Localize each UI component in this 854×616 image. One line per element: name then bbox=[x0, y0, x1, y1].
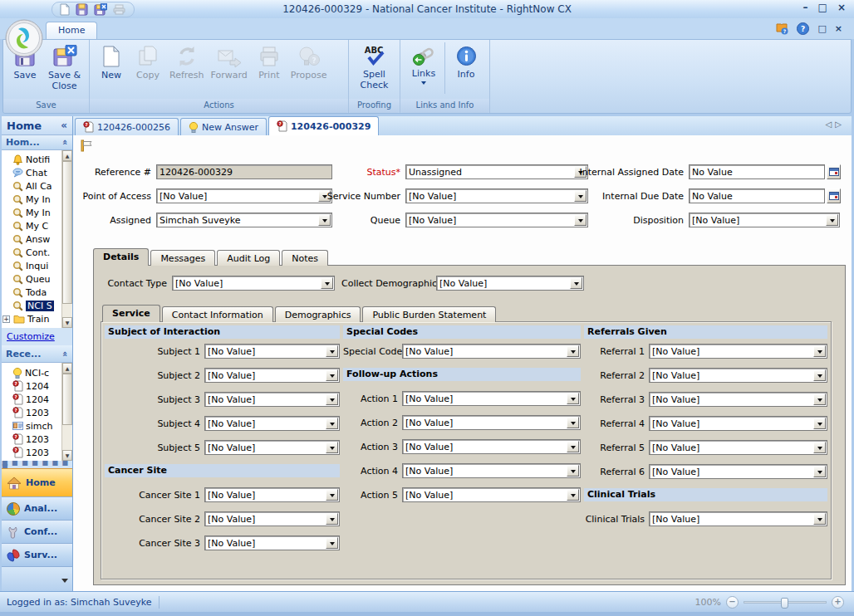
tab-notes[interactable]: Notes bbox=[282, 250, 328, 266]
cancer-site-1-dropdown[interactable]: [No Value] bbox=[204, 487, 340, 502]
links-button[interactable]: Links bbox=[405, 42, 442, 97]
subject-2-dropdown[interactable]: [No Value] bbox=[204, 368, 340, 383]
pane-splitter[interactable]: ■ ■ ■ ■ ■ ■ ■ ■ bbox=[2, 461, 72, 468]
cancer-site-3-dropdown[interactable]: [No Value] bbox=[204, 535, 340, 550]
dropdown-arrow[interactable] bbox=[570, 277, 582, 289]
dropdown-arrow[interactable] bbox=[567, 417, 579, 428]
ribbon-tab-home[interactable]: Home bbox=[46, 22, 97, 39]
dropdown-arrow[interactable] bbox=[326, 442, 338, 453]
close-pane-icon[interactable]: × bbox=[835, 23, 842, 34]
dropdown-arrow[interactable] bbox=[826, 214, 838, 226]
collect-demographics-dropdown[interactable]: [No Value] bbox=[436, 276, 584, 291]
scroll-up-icon[interactable]: ▲ bbox=[62, 363, 72, 374]
help-book-icon[interactable]: ? bbox=[775, 22, 788, 35]
close-button[interactable]: × bbox=[837, 2, 846, 13]
dropdown-arrow[interactable] bbox=[813, 369, 826, 381]
expander-icon[interactable]: + bbox=[2, 315, 10, 323]
dropdown-arrow[interactable] bbox=[567, 465, 579, 477]
service-number-dropdown[interactable]: [No Value] bbox=[405, 188, 588, 203]
minimize-button[interactable]: – bbox=[803, 2, 808, 13]
help-icon[interactable]: ? bbox=[797, 22, 809, 35]
scroll-down-icon[interactable]: ▼ bbox=[62, 450, 72, 461]
forward-button[interactable]: Forward bbox=[208, 42, 251, 97]
contact-type-dropdown[interactable]: [No Value] bbox=[172, 276, 335, 291]
dropdown-arrow[interactable] bbox=[813, 513, 826, 525]
spell-check-button[interactable]: ABC Spell Check bbox=[352, 42, 396, 97]
application-orb-button[interactable] bbox=[5, 19, 43, 60]
zoom-out-button[interactable]: − bbox=[726, 596, 739, 609]
tab-messages[interactable]: Messages bbox=[150, 250, 215, 266]
recent-group-header[interactable]: Rece... « bbox=[2, 345, 72, 363]
subtab-contact-information[interactable]: Contact Information bbox=[162, 306, 273, 322]
point-of-access-dropdown[interactable]: [No Value] bbox=[156, 188, 332, 203]
subject-5-dropdown[interactable]: [No Value] bbox=[204, 440, 340, 455]
dropdown-arrow[interactable] bbox=[326, 394, 338, 405]
dropdown-arrow[interactable] bbox=[567, 441, 579, 452]
dropdown-arrow[interactable] bbox=[326, 369, 338, 381]
referral-6-dropdown[interactable]: [No Value] bbox=[649, 464, 827, 479]
workspace-tab-2[interactable]: New Answer bbox=[180, 118, 267, 135]
nav-button-analytics[interactable]: Anal... bbox=[2, 496, 72, 520]
referral-2-dropdown[interactable]: [No Value] bbox=[649, 368, 827, 383]
dropdown-arrow[interactable] bbox=[326, 418, 338, 429]
workspace-tab-1[interactable]: ? 120426-000256 bbox=[75, 118, 179, 135]
copy-button[interactable]: Copy bbox=[130, 42, 166, 97]
zoom-in-button[interactable]: + bbox=[832, 596, 844, 609]
workspace-tab-3-active[interactable]: ? 120426-000329 bbox=[268, 116, 379, 135]
subject-3-dropdown[interactable]: [No Value] bbox=[204, 392, 340, 407]
subtab-service[interactable]: Service bbox=[102, 305, 160, 322]
dropdown-arrow[interactable] bbox=[813, 466, 826, 477]
dropdown-arrow[interactable] bbox=[326, 513, 338, 525]
nav-button-surveys[interactable]: Surv... bbox=[2, 543, 72, 566]
dropdown-arrow[interactable] bbox=[813, 394, 826, 405]
nav-overflow-area[interactable] bbox=[2, 566, 72, 591]
nav-group-header[interactable]: Hom... « bbox=[2, 135, 72, 150]
status-dropdown[interactable]: Unassigned bbox=[405, 164, 588, 179]
referral-3-dropdown[interactable]: [No Value] bbox=[649, 392, 827, 407]
refresh-button[interactable]: Refresh bbox=[166, 42, 208, 97]
restore-button[interactable]: □ bbox=[818, 2, 827, 13]
customize-link[interactable]: Customize bbox=[7, 331, 55, 342]
subtab-public-burden[interactable]: Public Burden Statement bbox=[362, 306, 496, 322]
cancer-site-2-dropdown[interactable]: [No Value] bbox=[204, 511, 340, 526]
referral-1-dropdown[interactable]: [No Value] bbox=[649, 344, 827, 359]
dropdown-arrow[interactable] bbox=[813, 418, 826, 429]
scroll-up-icon[interactable]: ▲ bbox=[62, 150, 72, 161]
action-4-dropdown[interactable]: [No Value] bbox=[402, 463, 581, 478]
dropdown-arrow[interactable] bbox=[326, 345, 338, 357]
save-close-button[interactable]: Save & Close bbox=[43, 42, 86, 97]
action-5-dropdown[interactable]: [No Value] bbox=[402, 487, 581, 502]
subtab-demographics[interactable]: Demographics bbox=[275, 306, 361, 322]
nav-button-configuration[interactable]: Conf... bbox=[2, 520, 72, 543]
action-1-dropdown[interactable]: [No Value] bbox=[402, 391, 581, 406]
info-button[interactable]: Info bbox=[448, 42, 484, 97]
internal-due-date-field[interactable]: No Value bbox=[689, 188, 825, 203]
new-button[interactable]: New bbox=[93, 42, 130, 97]
calendar-button[interactable] bbox=[827, 188, 841, 203]
zoom-slider[interactable] bbox=[744, 601, 827, 604]
nav-button-home[interactable]: Home bbox=[2, 468, 72, 496]
recent-list-scrollbar[interactable]: ▲ ▼ bbox=[61, 363, 72, 461]
scrollbar-thumb[interactable] bbox=[62, 161, 72, 304]
subject-4-dropdown[interactable]: [No Value] bbox=[204, 416, 340, 431]
dropdown-arrow[interactable] bbox=[567, 489, 579, 501]
tab-scroll-left-icon[interactable]: ◁ bbox=[826, 120, 836, 129]
dropdown-arrow[interactable] bbox=[321, 277, 333, 289]
dropdown-arrow[interactable] bbox=[567, 393, 579, 404]
collapse-sidebar-icon[interactable]: « bbox=[61, 120, 67, 131]
nav-list-scrollbar[interactable]: ▲ ▼ bbox=[61, 150, 72, 328]
propose-button[interactable]: ? Propose bbox=[287, 42, 331, 97]
flag-icon[interactable] bbox=[79, 139, 93, 153]
tab-audit-log[interactable]: Audit Log bbox=[217, 250, 280, 266]
print-button[interactable]: Print bbox=[251, 42, 287, 97]
queue-dropdown[interactable]: [No Value] bbox=[405, 213, 588, 227]
special-code-dropdown[interactable]: [No Value] bbox=[402, 344, 581, 359]
tab-details[interactable]: Details bbox=[93, 248, 149, 266]
dropdown-arrow[interactable] bbox=[813, 345, 826, 357]
subject-1-dropdown[interactable]: [No Value] bbox=[204, 344, 340, 359]
referral-4-dropdown[interactable]: [No Value] bbox=[649, 416, 827, 431]
internal-assigned-date-field[interactable]: No Value bbox=[689, 164, 825, 179]
tab-scroll-right-icon[interactable]: ▷ bbox=[835, 120, 845, 129]
dropdown-arrow[interactable] bbox=[813, 442, 826, 453]
clinical-trials-dropdown[interactable]: [No Value] bbox=[649, 511, 827, 526]
